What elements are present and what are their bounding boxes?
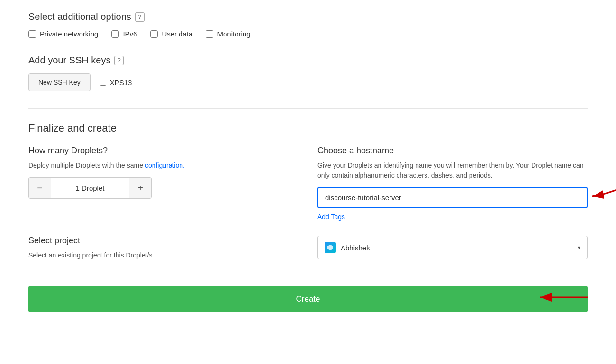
chevron-down-icon: ▾ [578, 244, 580, 251]
finalize-title: Finalize and create [28, 122, 588, 134]
project-logo-icon [327, 244, 334, 251]
ssh-keys-title: Add your SSH keys [28, 55, 110, 66]
monitoring-option[interactable]: Monitoring [206, 30, 250, 38]
ipv6-label: IPv6 [123, 30, 137, 38]
monitoring-label: Monitoring [217, 30, 250, 38]
finalize-grid: How many Droplets? Deploy multiple Dropl… [28, 146, 588, 221]
select-project-grid: Select project Select an existing projec… [28, 236, 588, 267]
new-ssh-key-button[interactable]: New SSH Key [28, 73, 91, 91]
project-dropdown[interactable]: Abhishek ▾ [317, 236, 588, 259]
ipv6-option[interactable]: IPv6 [111, 30, 137, 38]
droplet-counter: − 1 Droplet + [28, 177, 152, 199]
create-button[interactable]: Create [28, 286, 588, 312]
xps13-label: XPS13 [110, 79, 132, 87]
hostname-input-wrapper [317, 187, 588, 208]
finalize-section: Finalize and create How many Droplets? D… [28, 122, 588, 312]
droplets-count-section: How many Droplets? Deploy multiple Dropl… [28, 146, 299, 221]
monitoring-checkbox[interactable] [206, 30, 213, 38]
select-project-section: Select project Select an existing projec… [28, 236, 299, 267]
xps13-checkbox[interactable] [100, 80, 106, 86]
additional-options-checkboxes: Private networking IPv6 User data Monito… [28, 30, 588, 38]
user-data-option[interactable]: User data [150, 30, 192, 38]
private-networking-option[interactable]: Private networking [28, 30, 98, 38]
project-icon [325, 242, 336, 253]
droplets-count-desc: Deploy multiple Droplets with the same c… [28, 160, 299, 170]
user-data-label: User data [162, 30, 192, 38]
arrow-annotation-1 [583, 173, 616, 211]
hostname-title: Choose a hostname [317, 146, 588, 156]
configuration-link[interactable]: configuration. [145, 161, 185, 169]
hostname-desc: Give your Droplets an identifying name y… [317, 160, 588, 180]
private-networking-label: Private networking [40, 30, 98, 38]
ssh-keys-help[interactable]: ? [114, 56, 124, 65]
create-button-wrapper: Create [28, 282, 588, 312]
additional-options-help[interactable]: ? [135, 12, 145, 22]
project-name: Abhishek [341, 244, 370, 252]
private-networking-checkbox[interactable] [28, 30, 36, 38]
decrement-button[interactable]: − [29, 178, 51, 198]
user-data-checkbox[interactable] [150, 30, 158, 38]
project-dropdown-left: Abhishek [325, 242, 370, 253]
project-dropdown-container: Abhishek ▾ [317, 236, 588, 267]
hostname-input[interactable] [317, 187, 588, 208]
hostname-section: Choose a hostname Give your Droplets an … [317, 146, 588, 221]
increment-button[interactable]: + [129, 178, 151, 198]
additional-options-title: Select additional options [28, 11, 131, 22]
select-project-title: Select project [28, 236, 299, 246]
select-project-desc: Select an existing project for this Drop… [28, 250, 299, 260]
ssh-row: New SSH Key XPS13 [28, 73, 588, 91]
ipv6-checkbox[interactable] [111, 30, 119, 38]
droplets-count-title: How many Droplets? [28, 146, 299, 156]
add-tags-link[interactable]: Add Tags [317, 213, 345, 221]
svg-marker-1 [327, 245, 333, 250]
divider [28, 108, 588, 109]
droplet-count-display: 1 Droplet [51, 178, 129, 198]
xps13-key-option[interactable]: XPS13 [100, 79, 132, 87]
